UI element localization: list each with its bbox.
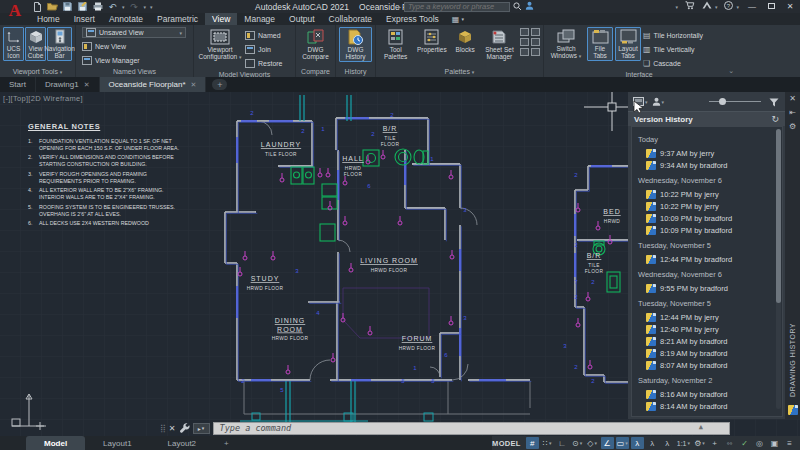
annotation-scale-icon[interactable]: λ [661,437,674,449]
customize-icon[interactable]: + [708,437,721,449]
clean-screen-icon[interactable]: ▣ [768,437,781,449]
grid-icon[interactable]: # [526,437,539,449]
palette-mini-4[interactable] [531,38,540,46]
command-grip-icon[interactable]: ⣿ [160,424,166,433]
ribbon-tab-parametric[interactable]: Parametric [150,13,205,25]
workspace-icon[interactable]: ⚙▾ [693,437,706,449]
tool-palettes-button[interactable]: Tool Palettes [379,27,412,62]
search-expand-icon[interactable]: ▸ [398,3,401,10]
version-entry[interactable]: 9:37 AM by jerry [638,147,772,159]
ortho-icon[interactable]: ∟ [556,437,569,449]
undo-icon[interactable]: ↶ [107,2,118,12]
command-input[interactable]: Type a command ▲ [213,422,730,435]
commandline-options-icon[interactable]: ▸▾ [193,423,210,434]
osnap-tracking-icon[interactable]: ∠ [601,437,614,449]
command-close-icon[interactable]: ✕ [169,424,176,433]
layout-tabs-button[interactable]: Layout Tabs [615,27,641,61]
signin-dropdown-icon[interactable]: ▾ [675,4,678,10]
plot-icon[interactable] [92,2,103,12]
switch-windows-button[interactable]: Switch Windows ▾ [547,27,585,62]
sign-in-icon[interactable] [525,1,534,12]
version-entry[interactable]: 12:40 PM by jerry [638,323,772,335]
performance-icon[interactable]: ◎ [753,437,766,449]
layout2-tab[interactable]: Layout2 [150,436,214,450]
workspace-grid-icon[interactable]: ▦▾ [446,13,470,25]
filter-icon[interactable] [769,93,779,111]
tile-horizontally-button[interactable]: ▤Tile Horizontally [643,29,703,41]
ribbon-tab-collaborate[interactable]: Collaborate [322,13,379,25]
close-tab-icon[interactable]: ✕ [84,81,90,89]
help-dropdown-icon[interactable]: ▾ [736,4,739,10]
restore-button[interactable] [765,2,777,11]
group-label-history[interactable]: History [336,66,375,77]
version-entry[interactable]: 9:34 AM by bradford [638,159,772,171]
open-folder-icon[interactable] [47,2,58,12]
named-viewport-button[interactable]: Named [245,29,283,41]
ribbon-tab-home[interactable]: Home [30,13,67,25]
version-entry[interactable]: 10:22 PM by jerry [638,200,772,212]
ribbon-tab-express-tools[interactable]: Express Tools [379,13,446,25]
version-entry[interactable]: 10:22 PM by jerry [638,188,772,200]
osnap-icon[interactable]: ▭▾ [616,437,629,449]
annotation-visibility-icon[interactable]: λ [631,437,644,449]
dwg-history-button[interactable]: DWG History [339,27,372,62]
redo-icon[interactable]: ↷ [129,2,140,12]
autodesk-logo-icon[interactable] [702,1,712,12]
ribbon-tab-view[interactable]: View [205,13,237,25]
version-entry[interactable]: 8:14 AM by bradford [638,400,772,412]
palette-mini-3[interactable] [520,38,529,46]
panel-properties-icon[interactable]: ⚙ [789,122,796,131]
date-range-slider[interactable] [709,97,761,106]
file-tabs-button[interactable]: File Tabs [587,27,613,61]
ribbon-tab-manage[interactable]: Manage [237,13,282,25]
help-icon[interactable]: ? [724,1,733,13]
file-tab-oceanside[interactable]: Oceanside Floorplan*✕ [100,77,207,92]
version-entry[interactable]: 8:07 AM by bradford [638,359,772,371]
sheet-set-manager-button[interactable]: Sheet Set Manager [481,27,518,62]
customize-wrench-icon[interactable] [179,419,190,437]
autoscale-icon[interactable]: λ [646,437,659,449]
ribbon-tab-insert[interactable]: Insert [67,13,102,25]
ribbon-tab-annotate[interactable]: Annotate [102,13,150,25]
new-layout-button[interactable]: + [214,436,239,450]
save-as-icon[interactable] [77,2,88,12]
polar-tracking-icon[interactable]: ⊙▾ [571,437,584,449]
group-label-viewport-tools[interactable]: Viewport Tools ▾ [0,66,75,77]
group-label-named-views[interactable]: Named Views [76,66,193,77]
panel-close-icon[interactable]: ✕ [789,94,796,103]
scale-value[interactable]: 1:1▾ [676,437,691,449]
dwg-compare-button[interactable]: DWG Compare [299,27,332,62]
snap-icon[interactable]: ∷▾ [541,437,554,449]
ucs-icon-button[interactable]: UCS Icon [3,27,24,61]
model-tab[interactable]: Model [26,436,85,450]
autocad-app-logo[interactable]: A [3,0,27,24]
version-entry[interactable]: 12:44 PM by bradford [638,253,772,265]
close-button[interactable]: ✕ [784,2,796,11]
viewport-controls-label[interactable]: [-][Top][2D Wireframe] [3,94,83,103]
refresh-icon[interactable]: ↻ [771,114,779,124]
group-label-compare[interactable]: Compare [296,66,335,77]
search-input[interactable] [404,2,510,12]
ribbon-tab-output[interactable]: Output [282,13,322,25]
palette-mini-2[interactable] [531,28,540,36]
version-entry[interactable]: 12:44 PM by jerry [638,311,772,323]
properties-button[interactable]: Properties [414,27,449,55]
command-history-expand-icon[interactable]: ▲ [699,423,703,431]
version-entry[interactable]: 8:21 AM by bradford [638,335,772,347]
cart-icon[interactable] [685,1,695,13]
save-icon[interactable] [62,2,73,12]
file-tab-start[interactable]: Start [0,77,36,92]
model-space-label[interactable]: MODEL [492,439,521,448]
view-manager-button[interactable]: View Manager [82,54,190,66]
palette-mini-6[interactable] [531,48,540,56]
minimize-button[interactable]: — [746,2,758,11]
tile-vertically-button[interactable]: ▥Tile Vertically [643,43,703,55]
navigation-bar-button[interactable]: Navigation Bar [47,27,72,61]
new-file-icon[interactable] [32,2,43,12]
panel-autohide-icon[interactable]: ⇤ [789,108,796,117]
isodraft-icon[interactable]: ◇▾ [586,437,599,449]
menu-icon[interactable]: ≡ [783,437,796,449]
palette-mini-5[interactable] [520,48,529,56]
close-tab-icon[interactable]: ✕ [191,81,197,89]
version-entry[interactable]: 8:16 AM by bradford [638,388,772,400]
